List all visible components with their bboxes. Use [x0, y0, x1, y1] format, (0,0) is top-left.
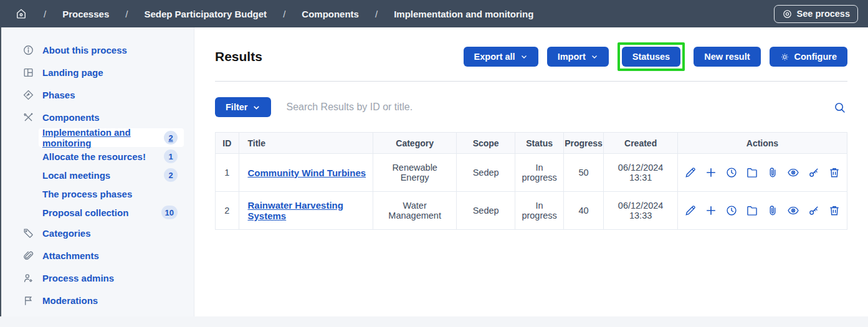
header-progress: Progress [563, 133, 604, 154]
delete-icon[interactable] [828, 204, 841, 217]
cell-category: Renewable Energy [373, 154, 456, 192]
header-title: Title [239, 133, 373, 154]
preview-icon[interactable] [787, 166, 799, 179]
header-scope: Scope [456, 133, 515, 154]
breadcrumb-components[interactable]: Components [302, 9, 359, 19]
sidebar-item-phases[interactable]: Phases [1, 83, 184, 106]
breadcrumb-current-component[interactable]: Implementation and monitoring [394, 9, 533, 19]
sidebar-item-label: Phases [42, 90, 75, 100]
subnav-item-label: Proposal collection [42, 207, 128, 218]
result-title-link[interactable]: Rainwater Harvesting Systems [248, 200, 343, 221]
add-icon[interactable] [705, 166, 717, 179]
breadcrumb: / Processes / Sedep Participatory Budget… [15, 7, 533, 20]
preview-icon[interactable] [787, 204, 799, 217]
page-footer-strip [0, 316, 868, 327]
table-row: 2 Rainwater Harvesting Systems Water Man… [216, 192, 847, 230]
see-process-button[interactable]: See process [774, 5, 858, 23]
search-input[interactable] [286, 102, 817, 113]
count-badge: 10 [161, 206, 178, 219]
header-category: Category [373, 133, 456, 154]
cell-progress: 40 [563, 192, 604, 230]
row-actions [684, 204, 841, 217]
sidebar-item-about[interactable]: About this process [1, 39, 184, 61]
count-badge: 2 [164, 131, 178, 145]
subnav-item-label: Allocate the resources! [42, 151, 146, 162]
layout-icon [22, 67, 34, 78]
search-button[interactable] [832, 101, 847, 114]
search-icon [833, 101, 846, 114]
breadcrumb-processes[interactable]: Processes [62, 9, 109, 19]
subnav-item-label: Implementation and monitoring [42, 127, 164, 148]
breadcrumb-separator: / [375, 9, 378, 19]
configure-label: Configure [794, 52, 837, 62]
chevron-down-icon [252, 103, 260, 111]
count-badge: 2 [164, 168, 178, 182]
sidebar-item-process-admins[interactable]: Process admins [1, 267, 184, 289]
header-status: Status [515, 133, 563, 154]
sidebar-item-categories[interactable]: Categories [1, 222, 184, 244]
subnav-item-proposal-collection[interactable]: Proposal collection 10 [39, 203, 184, 222]
history-icon[interactable] [725, 204, 738, 217]
tag-icon [22, 227, 34, 239]
delete-icon[interactable] [828, 166, 841, 179]
configure-button[interactable]: Configure [770, 47, 847, 67]
eye-target-icon [782, 9, 793, 19]
header-id: ID [216, 133, 239, 154]
breadcrumb-separator: / [283, 9, 285, 19]
statuses-label: Statuses [632, 52, 670, 62]
breadcrumb-process-name[interactable]: Sedep Participatory Budget [144, 9, 267, 19]
cell-status: In progress [515, 154, 563, 192]
export-all-label: Export all [474, 52, 515, 62]
sidebar-item-attachments[interactable]: Attachments [1, 244, 184, 267]
sidebar-item-moderations[interactable]: Moderations [1, 289, 184, 311]
cell-category: Water Management [373, 192, 456, 230]
folder-icon[interactable] [746, 166, 758, 179]
subnav-item-the-process-phases[interactable]: The process phases [39, 184, 184, 203]
permissions-key-icon[interactable] [808, 204, 820, 217]
sidebar-item-landing-page[interactable]: Landing page [1, 61, 184, 83]
import-button[interactable]: Import [547, 47, 609, 67]
sidebar-item-label: Attachments [42, 250, 99, 261]
edit-icon[interactable] [684, 166, 697, 179]
info-icon [22, 44, 34, 56]
header-created: Created [604, 133, 678, 154]
subnav-item-local-meetings[interactable]: Local meetings 2 [39, 166, 184, 184]
sidebar-item-components[interactable]: Components [1, 106, 184, 128]
cell-id: 1 [216, 154, 239, 192]
export-all-button[interactable]: Export all [464, 47, 538, 67]
attachments-icon[interactable] [766, 166, 779, 179]
filter-button[interactable]: Filter [215, 97, 271, 117]
tools-icon [22, 111, 34, 123]
cell-status: In progress [515, 192, 563, 230]
filter-label: Filter [226, 102, 247, 112]
results-toolbar: Export all Import Statuses New result [464, 42, 847, 71]
breadcrumb-separator: / [125, 9, 128, 19]
permissions-key-icon[interactable] [808, 166, 820, 179]
add-icon[interactable] [705, 204, 717, 217]
edit-icon[interactable] [684, 204, 697, 217]
attachments-icon[interactable] [766, 204, 779, 217]
sidebar-item-label: Categories [42, 228, 91, 239]
sidebar-item-label: About this process [42, 45, 127, 55]
subnav-item-allocate-the-resources[interactable]: Allocate the resources! 1 [39, 147, 184, 166]
cell-id: 2 [216, 192, 239, 230]
subnav-item-label: The process phases [42, 189, 132, 199]
chevron-down-icon [591, 53, 598, 60]
sidebar-item-label: Components [42, 112, 100, 123]
new-result-button[interactable]: New result [694, 47, 760, 67]
home-gear-icon[interactable] [15, 7, 27, 20]
statuses-button[interactable]: Statuses [622, 47, 680, 67]
count-badge: 1 [164, 149, 178, 163]
row-actions [684, 166, 841, 179]
subnav-item-implementation-and-monitoring[interactable]: Implementation and monitoring 2 [39, 128, 184, 147]
sidebar-item-label: Landing page [42, 67, 103, 78]
user-gear-icon [22, 272, 34, 284]
result-title-link[interactable]: Community Wind Turbines [248, 168, 366, 178]
folder-icon[interactable] [746, 204, 758, 217]
gear-icon [780, 52, 789, 62]
breadcrumb-separator: / [44, 9, 46, 19]
history-icon[interactable] [725, 166, 738, 179]
phases-diamond-icon [22, 89, 34, 101]
cell-created: 06/12/2024 13:33 [604, 192, 678, 230]
cell-scope: Sedep [456, 192, 515, 230]
